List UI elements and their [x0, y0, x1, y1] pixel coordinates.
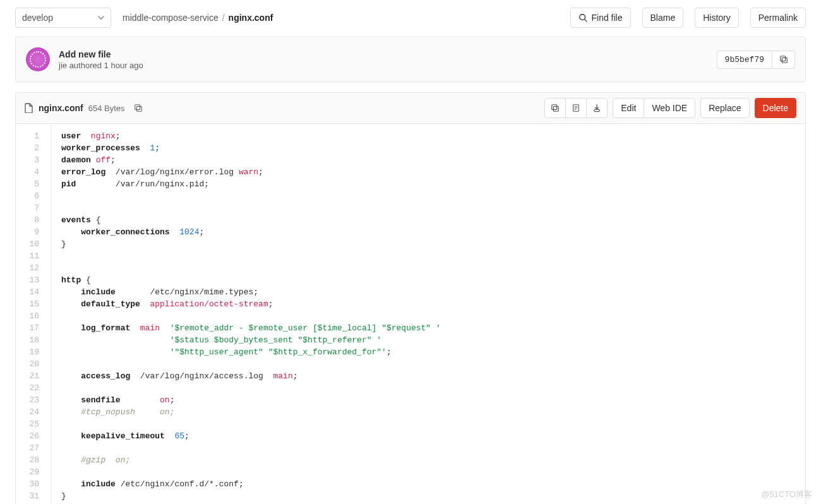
code-line: [61, 190, 795, 202]
find-file-button[interactable]: Find file: [570, 8, 630, 28]
code-line: [61, 442, 795, 454]
commit-title: Add new file: [59, 49, 143, 59]
commit-sha[interactable]: 9b5bef79: [717, 51, 772, 69]
line-number[interactable]: 25: [16, 418, 45, 430]
code-line: access_log /var/log/nginx/access.log mai…: [61, 370, 795, 382]
line-number[interactable]: 12: [16, 262, 45, 274]
copy-contents-button[interactable]: [544, 98, 566, 118]
code-line: sendfile on;: [61, 394, 795, 406]
copy-path-icon[interactable]: [134, 104, 143, 112]
svg-rect-6: [554, 106, 559, 111]
file-size: 654 Bytes: [88, 104, 125, 113]
raw-button[interactable]: [565, 98, 587, 118]
line-number[interactable]: 14: [16, 286, 45, 298]
line-number[interactable]: 1: [16, 130, 45, 142]
line-number[interactable]: 29: [16, 466, 45, 478]
copy-icon: [779, 55, 788, 64]
web-ide-button[interactable]: Web IDE: [644, 98, 695, 118]
code-line: daemon off;: [61, 154, 795, 166]
line-number[interactable]: 10: [16, 238, 45, 250]
download-button[interactable]: [586, 98, 608, 118]
line-number[interactable]: 27: [16, 442, 45, 454]
history-button[interactable]: History: [695, 8, 739, 28]
replace-button[interactable]: Replace: [700, 98, 749, 118]
copy-icon: [551, 104, 560, 112]
line-number[interactable]: 28: [16, 454, 45, 466]
line-number[interactable]: 30: [16, 478, 45, 490]
copy-sha-button[interactable]: [772, 51, 795, 69]
line-number[interactable]: 9: [16, 226, 45, 238]
code-line: }: [61, 490, 795, 502]
code-line: [61, 310, 795, 322]
commit-meta: Add new file jie authored 1 hour ago: [59, 49, 143, 70]
line-number[interactable]: 5: [16, 178, 45, 190]
code-content[interactable]: user nginx;worker_processes 1;daemon off…: [51, 124, 805, 504]
code-line: pid /var/run/nginx.pid;: [61, 178, 795, 190]
line-number[interactable]: 26: [16, 430, 45, 442]
line-number[interactable]: 21: [16, 370, 45, 382]
file-name: nginx.conf: [39, 103, 83, 113]
download-icon: [592, 104, 601, 112]
svg-rect-7: [552, 105, 557, 110]
line-number[interactable]: 4: [16, 166, 45, 178]
line-number[interactable]: 7: [16, 202, 45, 214]
line-number[interactable]: 24: [16, 406, 45, 418]
code-line: log_format main '$remote_addr - $remote_…: [61, 322, 795, 334]
code-line: worker_processes 1;: [61, 142, 795, 154]
svg-rect-2: [782, 57, 787, 63]
line-number[interactable]: 23: [16, 394, 45, 406]
delete-button[interactable]: Delete: [755, 98, 796, 118]
svg-rect-5: [135, 105, 140, 110]
code-line: user nginx;: [61, 130, 795, 142]
svg-rect-4: [136, 106, 141, 111]
file-header: nginx.conf 654 Bytes: [16, 93, 805, 124]
blame-button[interactable]: Blame: [642, 8, 684, 28]
avatar: [26, 47, 50, 71]
edit-button[interactable]: Edit: [613, 98, 644, 118]
breadcrumb: middle-compose-service / nginx.conf: [123, 13, 273, 23]
code-line: default_type application/octet-stream;: [61, 298, 795, 310]
line-number[interactable]: 13: [16, 274, 45, 286]
commit-subtitle: jie authored 1 hour ago: [59, 61, 143, 70]
search-icon: [578, 13, 587, 22]
code-viewer: 1234567891011121314151617181920212223242…: [16, 124, 805, 504]
line-number[interactable]: 17: [16, 322, 45, 334]
line-number[interactable]: 15: [16, 298, 45, 310]
code-line: [61, 358, 795, 370]
branch-selector[interactable]: develop: [15, 8, 111, 28]
line-number[interactable]: 11: [16, 250, 45, 262]
line-number[interactable]: 2: [16, 142, 45, 154]
code-line: [61, 250, 795, 262]
code-line: events {: [61, 214, 795, 226]
line-number[interactable]: 22: [16, 382, 45, 394]
commit-author: jie: [59, 61, 67, 70]
code-line: include /etc/nginx/conf.d/*.conf;: [61, 478, 795, 490]
line-number[interactable]: 20: [16, 358, 45, 370]
branch-name: develop: [22, 13, 53, 23]
commit-panel: Add new file jie authored 1 hour ago 9b5…: [15, 37, 806, 82]
code-line: [61, 466, 795, 478]
code-line: [61, 418, 795, 430]
line-number[interactable]: 8: [16, 214, 45, 226]
svg-rect-3: [780, 56, 785, 61]
code-line: #gzip on;: [61, 454, 795, 466]
code-line: }: [61, 238, 795, 250]
commit-time: 1 hour ago: [104, 61, 143, 70]
file-panel: nginx.conf 654 Bytes: [15, 92, 806, 504]
code-line: keepalive_timeout 65;: [61, 430, 795, 442]
line-number[interactable]: 16: [16, 310, 45, 322]
line-number[interactable]: 3: [16, 154, 45, 166]
code-line: [61, 382, 795, 394]
line-number[interactable]: 31: [16, 490, 45, 502]
code-line: [61, 262, 795, 274]
chevron-down-icon: [98, 16, 104, 20]
breadcrumb-parent[interactable]: middle-compose-service: [123, 13, 219, 23]
line-number-gutter: 1234567891011121314151617181920212223242…: [16, 124, 51, 504]
breadcrumb-current: nginx.conf: [229, 13, 273, 23]
permalink-button[interactable]: Permalink: [750, 8, 806, 28]
line-number[interactable]: 18: [16, 334, 45, 346]
line-number[interactable]: 6: [16, 190, 45, 202]
code-line: [61, 202, 795, 214]
line-number[interactable]: 19: [16, 346, 45, 358]
sha-group: 9b5bef79: [717, 51, 795, 69]
